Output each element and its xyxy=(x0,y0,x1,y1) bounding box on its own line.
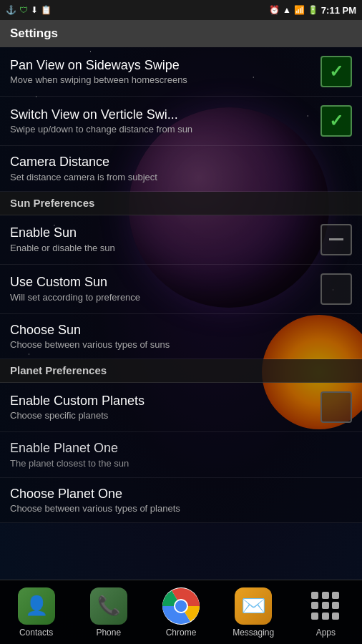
checkmark-icon: ✓ xyxy=(329,62,343,82)
setting-use-custom-sun-text: Use Custom Sun Will set according to pre… xyxy=(10,275,313,303)
setting-switch-view-text: Switch View on Verticle Swi... Swipe up/… xyxy=(10,107,313,135)
setting-choose-sun[interactable]: Choose Sun Choose between various types … xyxy=(0,314,362,360)
setting-enable-sun-text: Enable Sun Enable or disable the sun xyxy=(10,225,313,253)
dock-contacts-label: Contacts xyxy=(19,628,53,638)
setting-enable-sun-subtitle: Enable or disable the sun xyxy=(10,243,313,253)
apps-dot-5 xyxy=(322,602,329,609)
status-icons-right: ⏰ ▲ 📶 🔋 7:11 PM xyxy=(269,5,356,16)
setting-enable-custom-planets-text: Enable Custom Planets Choose specific pl… xyxy=(10,394,313,421)
phone-icon: 📞 xyxy=(90,587,127,625)
apps-dot-6 xyxy=(332,602,339,609)
apps-dot-9 xyxy=(332,613,339,620)
setting-camera-distance-text: Camera Distance Set distance camera is f… xyxy=(10,155,352,182)
apps-dot-1 xyxy=(311,592,318,599)
setting-choose-sun-text: Choose Sun Choose between various types … xyxy=(10,323,352,351)
apps-icon xyxy=(307,587,344,625)
dock-phone[interactable]: 📞 Phone xyxy=(80,587,137,638)
dock-contacts[interactable]: 👤 Contacts xyxy=(8,587,65,638)
setting-enable-sun[interactable]: Enable Sun Enable or disable the sun xyxy=(0,215,362,265)
apps-dot-4 xyxy=(311,602,318,609)
messaging-icon: ✉️ xyxy=(235,587,272,625)
setting-enable-sun-title: Enable Sun xyxy=(10,225,313,241)
sun-preferences-label: Sun Preferences xyxy=(10,197,94,209)
setting-choose-planet-one-subtitle: Choose between various types of planets xyxy=(10,503,352,514)
usb-icon: ⚓ xyxy=(6,5,16,15)
dock-chrome[interactable]: Chrome xyxy=(152,587,210,638)
setting-pan-view[interactable]: Pan View on Sideways Swipe Move when swi… xyxy=(0,47,362,97)
setting-choose-planet-one-text: Choose Planet One Choose between various… xyxy=(10,487,352,514)
setting-camera-distance-subtitle: Set distance camera is from subject xyxy=(10,172,352,182)
apps-dot-8 xyxy=(322,613,329,620)
dock-apps-label: Apps xyxy=(316,628,336,638)
status-icons-left: ⚓ 🛡 ⬇ 📋 xyxy=(6,5,52,15)
setting-choose-sun-subtitle: Choose between various types of suns xyxy=(10,339,352,350)
setting-pan-view-subtitle: Move when swiping between homescreens xyxy=(10,74,313,85)
checkmark-icon-2: ✓ xyxy=(329,111,343,131)
apps-dot-7 xyxy=(311,613,318,620)
setting-pan-view-title: Pan View on Sideways Swipe xyxy=(10,58,313,74)
setting-switch-view-subtitle: Swipe up/down to change distance from su… xyxy=(10,124,313,135)
setting-enable-custom-planets-title: Enable Custom Planets xyxy=(10,394,313,409)
setting-enable-custom-planets-subtitle: Choose specific planets xyxy=(10,410,313,421)
dock-apps[interactable]: Apps xyxy=(297,587,354,638)
apps-dot-3 xyxy=(332,592,339,599)
setting-use-custom-sun-title: Use Custom Sun xyxy=(10,275,313,291)
title-bar: Settings xyxy=(0,20,362,47)
alarm-icon: ⏰ xyxy=(269,5,280,15)
planet-preferences-header: Planet Preferences xyxy=(0,359,362,383)
clipboard-icon: 📋 xyxy=(41,5,52,15)
status-time: 7:11 PM xyxy=(321,5,356,16)
setting-camera-distance-title: Camera Distance xyxy=(10,155,352,170)
download-icon: ⬇ xyxy=(31,5,38,15)
dock-phone-label: Phone xyxy=(96,628,121,638)
pan-view-checkbox[interactable]: ✓ xyxy=(321,56,352,87)
setting-enable-planet-one-title: Enable Planet One xyxy=(10,441,352,457)
wifi-icon: ▲ xyxy=(283,5,291,15)
dock-messaging[interactable]: ✉️ Messaging xyxy=(225,587,282,638)
setting-pan-view-text: Pan View on Sideways Swipe Move when swi… xyxy=(10,58,313,86)
setting-switch-view-title: Switch View on Verticle Swi... xyxy=(10,107,313,123)
setting-enable-planet-one-text: Enable Planet One The planet closest to … xyxy=(10,441,352,469)
svg-point-2 xyxy=(175,600,187,612)
enable-custom-planets-checkbox[interactable] xyxy=(321,391,352,423)
bottom-dock: 👤 Contacts 📞 Phone Chrome ✉️ Messagin xyxy=(0,580,362,644)
settings-list: Pan View on Sideways Swipe Move when swi… xyxy=(0,47,362,523)
setting-choose-sun-title: Choose Sun xyxy=(10,323,352,338)
shield-icon: 🛡 xyxy=(19,5,28,15)
dock-chrome-label: Chrome xyxy=(166,628,197,638)
setting-choose-planet-one-title: Choose Planet One xyxy=(10,487,352,502)
setting-enable-custom-planets[interactable]: Enable Custom Planets Choose specific pl… xyxy=(0,383,362,432)
checkbox-dash-icon xyxy=(329,238,343,240)
page-title: Settings xyxy=(10,26,58,41)
apps-dot-2 xyxy=(322,592,329,599)
setting-use-custom-sun[interactable]: Use Custom Sun Will set according to pre… xyxy=(0,265,362,314)
setting-enable-planet-one-subtitle: The planet closest to the sun xyxy=(10,458,352,469)
sun-preferences-header: Sun Preferences xyxy=(0,192,362,215)
signal-icon: 📶 xyxy=(294,5,305,15)
setting-switch-view[interactable]: Switch View on Verticle Swi... Swipe up/… xyxy=(0,97,362,146)
planet-preferences-label: Planet Preferences xyxy=(10,364,107,376)
setting-choose-planet-one[interactable]: Choose Planet One Choose between various… xyxy=(0,478,362,524)
switch-view-checkbox[interactable]: ✓ xyxy=(321,105,352,137)
enable-sun-checkbox[interactable] xyxy=(321,224,352,255)
setting-use-custom-sun-subtitle: Will set according to preference xyxy=(10,292,313,303)
contacts-icon: 👤 xyxy=(18,587,55,625)
battery-icon: 🔋 xyxy=(308,5,318,15)
chrome-icon xyxy=(162,587,200,625)
use-custom-sun-checkbox[interactable] xyxy=(321,273,352,305)
setting-enable-planet-one[interactable]: Enable Planet One The planet closest to … xyxy=(0,432,362,478)
status-bar: ⚓ 🛡 ⬇ 📋 ⏰ ▲ 📶 🔋 7:11 PM xyxy=(0,0,362,20)
dock-messaging-label: Messaging xyxy=(233,628,274,638)
setting-camera-distance[interactable]: Camera Distance Set distance camera is f… xyxy=(0,146,362,192)
